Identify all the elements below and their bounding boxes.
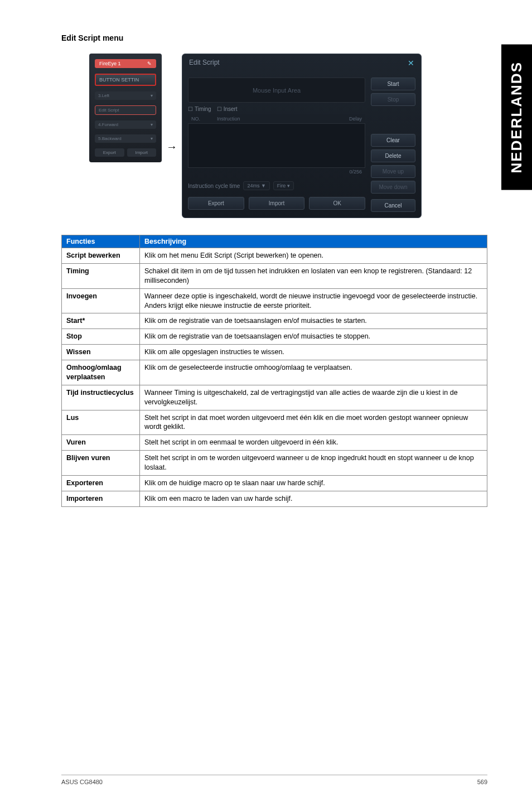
table-cell-description: Klik om het menu Edit Script (Script bew… bbox=[140, 248, 487, 264]
table-cell-function: Vuren bbox=[62, 435, 140, 451]
import-button[interactable]: Import bbox=[249, 197, 305, 210]
table-cell-description: Klik om een macro te laden van uw harde … bbox=[140, 491, 487, 506]
table-cell-description: Klik om alle opgeslagen instructies te w… bbox=[140, 345, 487, 360]
table-cell-description: Stelt het script in om te worden uitgevo… bbox=[140, 451, 487, 476]
table-cell-description: Wanneer deze optie is ingeschakeld, word… bbox=[140, 288, 487, 313]
profile-label: FireEye 1 bbox=[99, 61, 121, 66]
table-cell-description: Stelt het script in dat moet worden uitg… bbox=[140, 410, 487, 435]
table-cell-function: Invoegen bbox=[62, 288, 140, 313]
instruction-list-header: NO. Instruction Delay bbox=[188, 114, 365, 123]
table-cell-function: Wissen bbox=[62, 345, 140, 360]
table-cell-function: Stop bbox=[62, 329, 140, 345]
button-settings-banner[interactable]: BUTTON SETTIN bbox=[95, 74, 156, 86]
cycle-time-dropdown[interactable]: 24ms ▼ bbox=[243, 181, 269, 190]
panel-import-button[interactable]: Import bbox=[127, 148, 157, 157]
delete-button[interactable]: Delete bbox=[371, 149, 415, 162]
table-cell-description: Klik om de registratie van de toetsaansl… bbox=[140, 329, 487, 345]
table-cell-function: Omhoog/omlaag verplaatsen bbox=[62, 360, 140, 385]
table-cell-description: Klik om de registratie van de toetsaansl… bbox=[140, 313, 487, 329]
checkbox-icon: ☐ bbox=[217, 106, 222, 112]
table-cell-function: Importeren bbox=[62, 491, 140, 506]
table-cell-function: Timing bbox=[62, 263, 140, 288]
table-row: LusStelt het script in dat moet worden u… bbox=[62, 410, 487, 435]
export-button[interactable]: Export bbox=[188, 197, 244, 210]
table-cell-function: Script bewerken bbox=[62, 248, 140, 264]
ok-button[interactable]: OK bbox=[309, 197, 365, 210]
checkbox-icon: ☐ bbox=[188, 106, 193, 112]
panel-row-forward[interactable]: 4.Forward▾ bbox=[95, 120, 156, 129]
table-row: StopKlik om de registratie van de toetsa… bbox=[62, 329, 487, 345]
start-button[interactable]: Start bbox=[371, 78, 415, 90]
table-header-functies: Functies bbox=[62, 235, 140, 248]
table-row: InvoegenWanneer deze optie is ingeschake… bbox=[62, 288, 487, 313]
dialog-title-text: Edit Script bbox=[189, 59, 220, 67]
functions-table: Functies Beschrijving Script bewerkenKli… bbox=[61, 235, 487, 507]
table-row: Tijd instructiecyclusWanneer Timing is u… bbox=[62, 385, 487, 410]
footer-model: ASUS CG8480 bbox=[61, 779, 103, 785]
instruction-counter: 0/256 bbox=[188, 168, 365, 176]
tab-timing[interactable]: ☐Timing bbox=[188, 106, 211, 112]
table-row: Start*Klik om de registratie van de toet… bbox=[62, 313, 487, 329]
table-cell-function: Start* bbox=[62, 313, 140, 329]
panel-row-backward[interactable]: 5.Backward▾ bbox=[95, 134, 156, 143]
instruction-list[interactable] bbox=[188, 123, 365, 168]
profile-button[interactable]: FireEye 1 ✎ bbox=[95, 59, 156, 68]
table-cell-function: Lus bbox=[62, 410, 140, 435]
left-panel: FireEye 1 ✎ BUTTON SETTIN 3.Left▾ Edit S… bbox=[89, 54, 162, 162]
panel-row-editscript[interactable]: Edit Script bbox=[95, 105, 156, 115]
table-cell-description: Schakel dit item in om de tijd tussen he… bbox=[140, 263, 487, 288]
table-cell-description: Klik om de huidige macro op te slaan naa… bbox=[140, 475, 487, 491]
stop-button[interactable]: Stop bbox=[371, 93, 415, 106]
move-down-button[interactable]: Move down bbox=[371, 181, 415, 194]
table-cell-function: Blijven vuren bbox=[62, 451, 140, 476]
move-up-button[interactable]: Move up bbox=[371, 165, 415, 178]
cancel-button[interactable]: Cancel bbox=[371, 199, 415, 212]
table-cell-description: Wanneer Timing is uitgeschakeld, zal de … bbox=[140, 385, 487, 410]
table-header-beschrijving: Beschrijving bbox=[140, 235, 487, 248]
cycle-label: Instruction cycle time bbox=[188, 183, 240, 189]
arrow-icon: → bbox=[166, 118, 177, 153]
mouse-input-area[interactable]: Mouse Input Area bbox=[188, 78, 365, 103]
table-row: WissenKlik om alle opgeslagen instructie… bbox=[62, 345, 487, 360]
close-icon[interactable]: ✕ bbox=[408, 59, 414, 67]
section-title: Edit Script menu bbox=[61, 33, 487, 42]
table-cell-function: Exporteren bbox=[62, 475, 140, 491]
table-row: TimingSchakel dit item in om de tijd tus… bbox=[62, 263, 487, 288]
table-row: Omhoog/omlaag verplaatsenKlik om de gese… bbox=[62, 360, 487, 385]
table-cell-description: Klik om de geselecteerde instructie omho… bbox=[140, 360, 487, 385]
table-row: VurenStelt het script in om eenmaal te w… bbox=[62, 435, 487, 451]
footer-page-number: 569 bbox=[477, 779, 487, 785]
fire-dropdown[interactable]: Fire ▾ bbox=[273, 181, 294, 190]
table-cell-description: Stelt het script in om eenmaal te worden… bbox=[140, 435, 487, 451]
table-row: ImporterenKlik om een macro te laden van… bbox=[62, 491, 487, 506]
tab-insert[interactable]: ☐Insert bbox=[217, 106, 238, 112]
page-footer: ASUS CG8480 569 bbox=[61, 775, 487, 785]
edit-script-dialog: Edit Script ✕ Mouse Input Area ☐Timing ☐… bbox=[182, 54, 422, 218]
panel-export-button[interactable]: Export bbox=[95, 148, 124, 157]
pencil-icon: ✎ bbox=[147, 61, 152, 66]
table-row: Script bewerkenKlik om het menu Edit Scr… bbox=[62, 248, 487, 264]
table-row: Blijven vurenStelt het script in om te w… bbox=[62, 451, 487, 476]
edit-script-screenshot: FireEye 1 ✎ BUTTON SETTIN 3.Left▾ Edit S… bbox=[89, 54, 487, 218]
clear-button[interactable]: Clear bbox=[371, 134, 415, 147]
panel-row-left[interactable]: 3.Left▾ bbox=[95, 91, 156, 100]
language-tab: NEDERLANDS bbox=[501, 45, 532, 190]
table-cell-function: Tijd instructiecyclus bbox=[62, 385, 140, 410]
table-row: ExporterenKlik om de huidige macro op te… bbox=[62, 475, 487, 491]
